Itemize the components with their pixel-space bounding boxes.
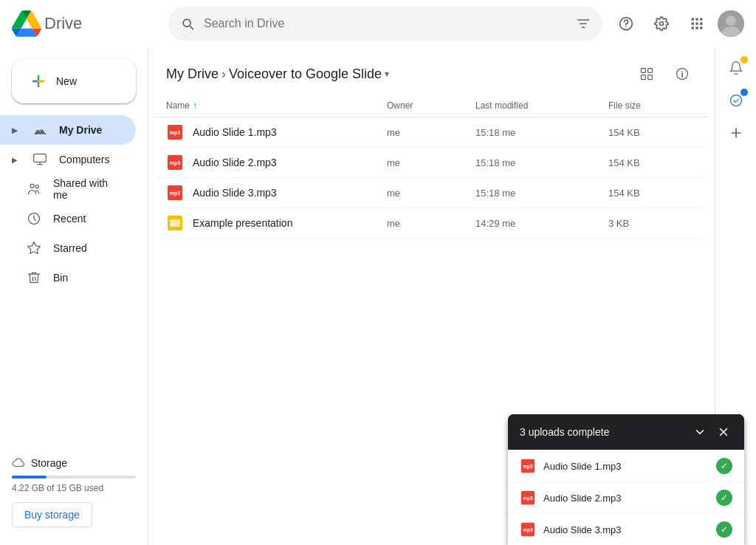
column-header-owner[interactable]: Owner <box>387 100 475 111</box>
file-name-label: Audio Slide 3.mp3 <box>193 187 277 199</box>
breadcrumb-current[interactable]: Voiceover to Google Slide ▾ <box>229 66 389 82</box>
apps-icon <box>690 16 704 31</box>
table-row[interactable]: Example presentation me 14:29 me 3 KB <box>154 208 709 239</box>
svg-point-2 <box>660 22 664 26</box>
avatar-image <box>718 10 744 37</box>
file-last-modified: 15:18 me <box>475 127 608 138</box>
buy-storage-button[interactable]: Buy storage <box>12 502 92 527</box>
toast-header: 3 uploads complete <box>508 414 744 450</box>
breadcrumb-parent[interactable]: My Drive <box>166 66 219 82</box>
storage-bar-fill <box>12 476 47 479</box>
svg-rect-5 <box>700 18 702 21</box>
sidebar-item-label: Starred <box>53 242 87 254</box>
svg-text:mp3: mp3 <box>170 160 181 166</box>
expand-arrow-computers: ▶ <box>12 156 18 164</box>
storage-usage-text: 4.22 GB of 15 GB used <box>12 483 136 493</box>
close-icon <box>717 425 730 439</box>
toast-complete-icon: ✓ <box>716 458 732 474</box>
svg-rect-4 <box>695 18 698 21</box>
file-name-cell: mp3 Audio Slide 2.mp3 <box>166 154 387 171</box>
avatar[interactable] <box>718 10 744 37</box>
svg-rect-26 <box>648 75 653 80</box>
file-size: 3 KB <box>608 218 697 229</box>
storage-section: Storage 4.22 GB of 15 GB used Buy storag… <box>12 445 136 527</box>
expand-arrow: ▶ <box>12 126 18 134</box>
svg-rect-19 <box>34 154 47 162</box>
toast-item-left: mp3 Audio Slide 3.mp3 <box>520 521 622 538</box>
star-icon <box>27 241 41 256</box>
svg-rect-23 <box>642 69 646 73</box>
help-button[interactable] <box>611 9 641 38</box>
search-input[interactable] <box>204 17 567 30</box>
search-filter-icon[interactable] <box>576 16 591 31</box>
column-header-file-size[interactable]: File size <box>608 100 697 111</box>
svg-point-20 <box>30 184 34 188</box>
column-header-name[interactable]: Name ↑ <box>166 100 387 111</box>
add-panel-button[interactable] <box>721 118 751 148</box>
mp3-file-icon: mp3 <box>166 123 184 141</box>
notifications-button[interactable] <box>721 53 751 83</box>
sidebar-item-label: Computers <box>59 154 109 165</box>
svg-rect-10 <box>695 27 698 29</box>
info-button[interactable] <box>667 59 697 89</box>
file-owner: me <box>387 127 475 138</box>
trash-icon <box>27 270 41 285</box>
svg-point-1 <box>626 27 627 27</box>
toast-close-button[interactable] <box>715 423 732 441</box>
svg-rect-3 <box>692 18 694 21</box>
file-name-label: Audio Slide 1.mp3 <box>193 126 277 138</box>
svg-point-13 <box>726 16 736 26</box>
settings-button[interactable] <box>647 9 676 38</box>
toast-minimize-button[interactable] <box>691 423 709 441</box>
toast-complete-icon: ✓ <box>716 521 732 538</box>
file-name-label: Example presentation <box>193 217 292 229</box>
notification-icon <box>729 61 743 75</box>
sidebar-item-bin[interactable]: Bin <box>0 263 136 292</box>
toast-file-name: Audio Slide 1.mp3 <box>543 461 622 472</box>
gear-icon <box>654 16 669 31</box>
svg-rect-9 <box>692 27 694 29</box>
table-row[interactable]: mp3 Audio Slide 3.mp3 me 15:18 me 154 KB <box>154 178 709 208</box>
sidebar-item-computers[interactable]: ▶ Computers <box>0 145 136 174</box>
search-bar[interactable] <box>168 7 602 41</box>
svg-rect-6 <box>692 22 694 24</box>
sidebar-item-recent[interactable]: Recent <box>0 204 136 233</box>
topbar-right <box>611 9 744 38</box>
topbar: Drive <box>0 0 756 47</box>
file-owner: me <box>387 218 475 229</box>
drive-logo-icon <box>12 9 41 38</box>
sidebar-item-my-drive[interactable]: ▶ My Drive <box>0 115 136 145</box>
drive-icon <box>32 123 47 137</box>
svg-text:mp3: mp3 <box>523 496 533 501</box>
sidebar-item-shared[interactable]: Shared with me <box>0 174 136 204</box>
svg-text:mp3: mp3 <box>170 191 181 196</box>
tasks-button[interactable] <box>721 86 751 115</box>
file-owner: me <box>387 188 475 199</box>
storage-label-text: Storage <box>31 457 67 469</box>
breadcrumb-current-label: Voiceover to Google Slide <box>229 66 382 82</box>
sidebar-item-starred[interactable]: Starred <box>0 233 136 263</box>
table-row[interactable]: mp3 Audio Slide 2.mp3 me 15:18 me 154 KB <box>154 148 709 178</box>
table-row[interactable]: mp3 Audio Slide 1.mp3 me 15:18 me 154 KB <box>154 117 709 148</box>
sidebar-item-label: Bin <box>53 272 68 284</box>
computer-icon <box>32 152 47 167</box>
apps-button[interactable] <box>682 9 712 38</box>
notification-badge <box>740 56 748 64</box>
logo-area: Drive <box>12 9 159 38</box>
column-header-last-modified[interactable]: Last modified <box>475 100 608 111</box>
svg-point-21 <box>35 185 38 188</box>
file-last-modified: 15:18 me <box>475 157 608 168</box>
sidebar: New ▶ My Drive ▶ Computers <box>0 47 148 545</box>
cloud-icon <box>12 456 25 470</box>
svg-rect-7 <box>695 22 698 24</box>
minimize-icon <box>693 425 707 439</box>
tasks-badge <box>740 89 748 96</box>
mp3-file-icon: mp3 <box>166 184 184 202</box>
grid-view-button[interactable] <box>632 59 662 89</box>
svg-point-29 <box>682 71 683 72</box>
upload-toast: 3 uploads complete mp3 Audio Slide 1.mp3 <box>508 414 744 545</box>
svg-rect-37 <box>170 219 180 227</box>
toast-file-name: Audio Slide 2.mp3 <box>543 493 622 504</box>
new-button[interactable]: New <box>12 59 136 103</box>
sort-arrow: ↑ <box>193 100 197 111</box>
